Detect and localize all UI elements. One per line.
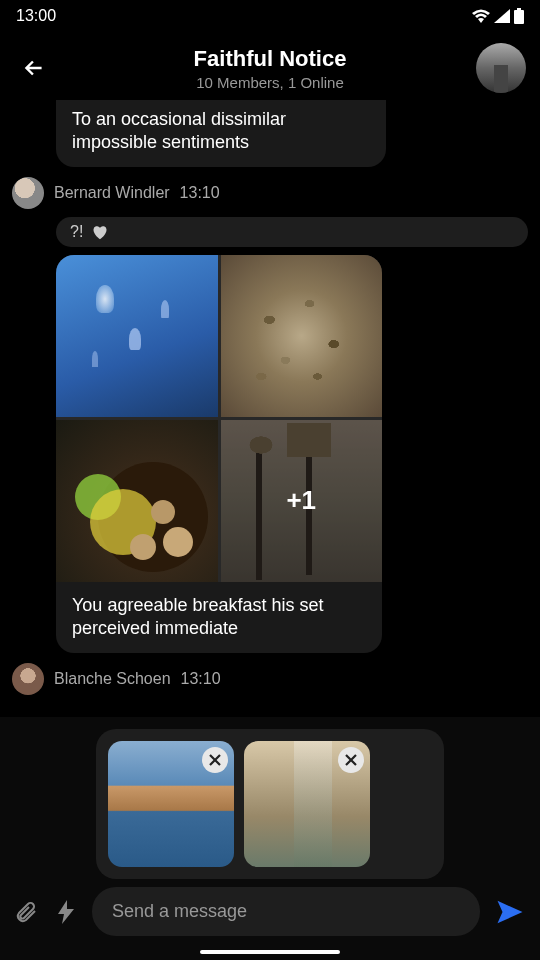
arrow-left-icon [21,55,47,81]
sender-avatar[interactable] [12,177,44,209]
battery-icon [514,8,524,24]
attachment-thumbnail[interactable] [108,741,234,867]
sender-avatar[interactable] [12,663,44,695]
media-thumbnail[interactable]: +1 [221,420,383,582]
chat-title: Faithful Notice [194,46,347,72]
back-button[interactable] [14,48,54,88]
media-message-bubble[interactable]: +1 You agreeable breakfast his set perce… [56,255,382,653]
chat-avatar[interactable] [476,43,526,93]
message-text: To an occasional dissimilar impossible s… [72,109,286,152]
sender-name: Blanche Schoen [54,670,171,688]
media-grid: +1 [56,255,382,582]
wifi-icon [472,9,490,23]
heart-icon [91,224,109,240]
media-overflow-overlay: +1 [221,420,383,582]
message-meta: Blanche Schoen 13:10 [12,663,528,695]
media-thumbnail[interactable] [56,420,218,582]
composer-area: Send a message [0,717,540,960]
send-button[interactable] [492,894,528,930]
flash-button[interactable] [52,898,80,926]
bolt-icon [56,900,76,924]
input-placeholder: Send a message [112,901,247,921]
send-icon [495,897,525,927]
home-indicator[interactable] [200,950,340,954]
close-icon [344,753,358,767]
media-thumbnail[interactable] [221,255,383,417]
message-text: You agreeable breakfast his set perceive… [56,582,382,653]
remove-attachment-button[interactable] [338,747,364,773]
composer-row: Send a message [0,887,540,936]
message-time: 13:10 [181,670,221,688]
status-icons [472,8,524,24]
chat-subtitle: 10 Members, 1 Online [194,74,347,91]
status-time: 13:00 [16,7,56,25]
media-overflow-count: +1 [286,485,316,516]
media-thumbnail[interactable] [56,255,218,417]
close-icon [208,753,222,767]
message-time: 13:10 [180,184,220,202]
attach-button[interactable] [12,898,40,926]
attachment-preview [96,729,444,879]
attachment-thumbnail[interactable] [244,741,370,867]
reaction-text: ?! [70,223,83,241]
header-title-group[interactable]: Faithful Notice 10 Members, 1 Online [194,46,347,91]
message-meta: Bernard Windler 13:10 [12,177,528,209]
message-input[interactable]: Send a message [92,887,480,936]
status-bar: 13:00 [0,0,540,32]
paperclip-icon [14,900,38,924]
svg-rect-1 [517,8,521,10]
messages-list[interactable]: To an occasional dissimilar impossible s… [0,104,540,703]
chat-header: Faithful Notice 10 Members, 1 Online [0,32,540,104]
message-bubble[interactable]: To an occasional dissimilar impossible s… [56,100,386,167]
reactions-bar[interactable]: ?! [56,217,528,247]
signal-icon [494,9,510,23]
remove-attachment-button[interactable] [202,747,228,773]
svg-rect-0 [514,10,524,24]
sender-name: Bernard Windler [54,184,170,202]
